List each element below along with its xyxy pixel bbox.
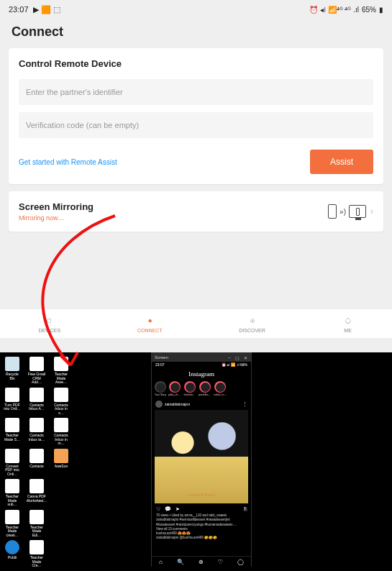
desktop-icon[interactable]: Publii bbox=[3, 540, 22, 568]
mirrored-phone-window[interactable]: Screen – ▢ ✕ 23:07 ⏰ ◂⁞ 📶 .ıl 66% Instag… bbox=[151, 352, 252, 567]
post-header[interactable]: zainabfatimajmi ⋮ bbox=[152, 398, 251, 410]
desktop-icon-grid: Recycle Bin Free Gmail CRM Add… Teacher … bbox=[3, 357, 70, 568]
desktop-icon[interactable]: Free Gmail CRM Add… bbox=[27, 357, 46, 385]
nav-tab-discover[interactable]: ◎ DISCOVER bbox=[239, 315, 265, 333]
signal-waves-icon: ») bbox=[339, 208, 346, 216]
post-image[interactable]: Custard Rabri bbox=[155, 410, 248, 503]
instagram-bottom-nav: ⌂ 🔍 ⊕ ♡ ◯ bbox=[152, 556, 251, 567]
instagram-app: 23:07 ⏰ ◂⁞ 📶 .ıl 66% Instagram Your Stor… bbox=[152, 362, 251, 567]
file-icon bbox=[29, 418, 44, 432]
file-icon bbox=[29, 357, 44, 371]
close-icon[interactable]: ✕ bbox=[242, 355, 248, 360]
post-username: zainabfatimajmi bbox=[165, 402, 240, 406]
caption-line: zainabfatimajmi #vermicellidessert #rawa… bbox=[156, 518, 247, 527]
minimize-icon[interactable]: – bbox=[227, 355, 232, 360]
post-actions: ♡ 💬 ➤ ⎘ bbox=[152, 503, 251, 513]
home-icon[interactable]: ⌂ bbox=[159, 559, 163, 565]
search-icon[interactable]: 🔍 bbox=[177, 559, 184, 565]
desktop-icon[interactable]: Teacher Made creati… bbox=[3, 510, 22, 538]
remote-assist-link[interactable]: Get started with Remote Assist bbox=[19, 158, 117, 166]
nav-tab-connect[interactable]: ◆ CONNECT bbox=[137, 315, 163, 333]
comment-line: zainabfatimajmi @bushra.ant409 😘😘😘 bbox=[156, 536, 247, 540]
desktop-icon[interactable]: Canva PDF Worksheet… bbox=[27, 479, 46, 507]
profile-icon[interactable]: ◯ bbox=[237, 559, 244, 565]
mirrored-status-bar: 23:07 ⏰ ◂⁞ 📶 .ıl 66% bbox=[152, 362, 251, 369]
control-remote-card: Control Remote Device Enter the partner'… bbox=[9, 48, 383, 184]
mobile-app-screen: 23:07 ▶ 🟧 ⬚ ⏰ ◂⁞ 📶⁴ᴳ ⁴ᴳ .ıl 65% ▮ Connec… bbox=[0, 0, 392, 352]
desktop-icon[interactable]: Teacher Made Edi… bbox=[27, 510, 46, 538]
desktop-icon[interactable]: Teacher Made sub… bbox=[3, 479, 22, 507]
story-item[interactable]: indian_m… bbox=[214, 381, 227, 396]
recycle-bin-icon bbox=[5, 357, 19, 371]
assist-button[interactable]: Assist bbox=[310, 150, 373, 174]
desktop-icon[interactable]: Contacts Inbox in s… bbox=[52, 388, 70, 416]
desktop-icon[interactable]: AweSun bbox=[52, 449, 70, 477]
mirror-title: Screen Mirroring bbox=[19, 201, 94, 212]
verification-code-input[interactable]: Verification code (can be empty) bbox=[19, 112, 373, 138]
share-icon[interactable]: ➤ bbox=[176, 506, 180, 512]
mirror-status: Mirroring now… bbox=[19, 214, 94, 221]
story-item[interactable]: pastelbakes… bbox=[199, 381, 211, 396]
story-item[interactable]: shahreen_pa… bbox=[183, 381, 196, 396]
status-indicators: ⏰ ◂⁞ 📶⁴ᴳ ⁴ᴳ .ıl bbox=[309, 6, 359, 14]
desktop-icon[interactable]: Contacts bbox=[27, 449, 46, 477]
post-overlay-text: Custard Rabri bbox=[187, 492, 215, 498]
window-title: Screen bbox=[155, 355, 168, 360]
android-status-bar: 23:07 ▶ 🟧 ⬚ ⏰ ◂⁞ 📶⁴ᴳ ⁴ᴳ .ıl 65% ▮ bbox=[0, 0, 392, 19]
desktop-icon[interactable]: Turn PDF into Onli… bbox=[3, 388, 22, 416]
desktop-icon[interactable]: Contacts Inbox ta… bbox=[27, 418, 46, 446]
nav-tab-me[interactable]: ◯ ME bbox=[342, 315, 354, 333]
file-icon bbox=[54, 418, 68, 432]
mirrored-indicators: ⏰ ◂⁞ 📶 .ıl 66% bbox=[222, 362, 247, 368]
file-icon bbox=[5, 449, 19, 463]
story-item[interactable]: pâtis_ch_t… bbox=[168, 381, 181, 396]
partner-identifier-input[interactable]: Enter the partner's identifier bbox=[19, 79, 373, 105]
mirrored-time: 23:07 bbox=[155, 362, 165, 368]
desktop-screenshot: Recycle Bin Free Gmail CRM Add… Teacher … bbox=[0, 352, 392, 571]
file-icon bbox=[29, 479, 44, 493]
file-icon bbox=[29, 510, 44, 524]
control-card-title: Control Remote Device bbox=[19, 58, 373, 69]
awesun-icon bbox=[54, 449, 68, 463]
file-icon bbox=[29, 540, 44, 554]
file-icon bbox=[29, 388, 44, 402]
maximize-icon[interactable]: ▢ bbox=[234, 355, 240, 360]
file-icon bbox=[5, 510, 19, 524]
bottom-nav: ▢ DEVICES ◆ CONNECT ◎ DISCOVER ◯ ME bbox=[0, 309, 392, 338]
phone-icon bbox=[328, 204, 337, 219]
activity-icon[interactable]: ♡ bbox=[218, 559, 223, 565]
status-battery: 65% bbox=[362, 6, 376, 14]
desktop-icon[interactable]: Contacts Inbox in m… bbox=[52, 418, 70, 446]
battery-icon: ▮ bbox=[379, 6, 383, 14]
mirroring-icon: ») bbox=[328, 204, 366, 219]
comment-icon[interactable]: 💬 bbox=[165, 506, 171, 512]
desktop-icon[interactable]: Teacher Made Cre… bbox=[27, 540, 46, 568]
save-icon[interactable]: ⎘ bbox=[244, 506, 247, 512]
desktop-icon[interactable]: Teacher Made Asse… bbox=[52, 357, 70, 385]
more-icon[interactable]: ⋮ bbox=[242, 401, 247, 407]
desktop-icon[interactable]: Teacher Made S… bbox=[3, 418, 22, 446]
monitor-icon bbox=[349, 205, 366, 218]
file-icon bbox=[54, 357, 68, 371]
window-titlebar[interactable]: Screen – ▢ ✕ bbox=[152, 353, 251, 362]
story-item[interactable]: Your Story bbox=[155, 381, 166, 396]
add-icon[interactable]: ⊕ bbox=[199, 559, 204, 565]
desktop-icon[interactable]: Convert PDF into Onli… bbox=[3, 449, 22, 477]
status-time: 23:07 bbox=[9, 5, 29, 14]
stories-row[interactable]: Your Story pâtis_ch_t… shahreen_pa… past… bbox=[152, 379, 251, 398]
discover-icon: ◎ bbox=[247, 315, 258, 326]
avatar bbox=[155, 401, 163, 408]
file-icon bbox=[5, 418, 19, 432]
file-icon bbox=[5, 388, 19, 402]
post-meta: 70 views • Liked by azma__110 and rabii_… bbox=[152, 513, 251, 541]
desktop-icon[interactable]: Contacts Inbox A… bbox=[27, 388, 46, 416]
me-icon: ◯ bbox=[342, 315, 354, 326]
desktop-icon[interactable]: Recycle Bin bbox=[3, 357, 22, 385]
file-icon bbox=[29, 449, 44, 463]
screen-mirroring-card[interactable]: Screen Mirroring Mirroring now… ») › bbox=[9, 191, 383, 232]
nav-label: DISCOVER bbox=[239, 328, 265, 333]
nav-label: CONNECT bbox=[137, 328, 163, 333]
nav-tab-devices[interactable]: ▢ DEVICES bbox=[38, 315, 60, 333]
like-icon[interactable]: ♡ bbox=[156, 506, 160, 512]
nav-label: ME bbox=[344, 328, 352, 333]
